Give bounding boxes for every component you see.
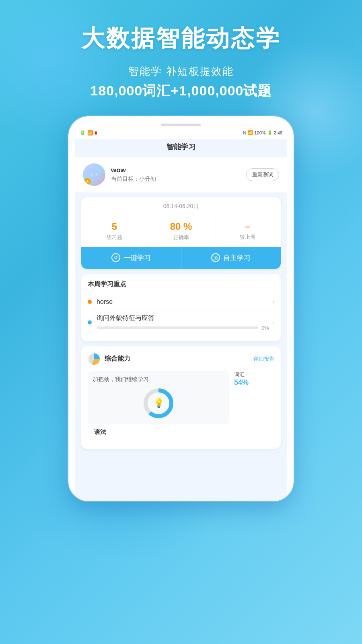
- main-title: 大数据智能动态学: [0, 24, 362, 52]
- nfc-icon: N: [243, 130, 246, 135]
- action-buttons: ↺ 一键学习 ◎ 自主学习: [81, 247, 281, 269]
- stat-accuracy: 80 % 正确率: [148, 215, 215, 247]
- username: wow: [111, 166, 156, 174]
- focus-content-horse: horse: [97, 298, 269, 305]
- bulb-icon: 💡: [153, 398, 164, 409]
- status-left: 🔋 📶 ▮: [80, 130, 97, 136]
- dot-blue: [88, 320, 92, 324]
- battery-red: ▮: [95, 130, 97, 135]
- stat-text: 180,000词汇+1,000,000试题: [0, 82, 362, 100]
- ability-left-card: 加把劲，我们继续学习 💡: [88, 371, 229, 424]
- chevron-horse: ›: [272, 298, 274, 305]
- progress-bar-bg: [97, 326, 258, 329]
- detail-link[interactable]: 详细报告: [253, 355, 274, 363]
- donut-container: 💡: [93, 387, 224, 419]
- progress-pct: 0%: [261, 325, 269, 331]
- stat-practice: 5 练习题: [81, 215, 148, 247]
- focus-item-horse[interactable]: horse ›: [88, 294, 274, 310]
- user-text: wow 当前目标：小升初: [111, 166, 156, 183]
- ability-title-row: 综合能力: [88, 353, 130, 365]
- grammar-section: 语法: [88, 424, 274, 442]
- stats-date: 06.14-06.20日: [81, 203, 281, 210]
- focus-item-inquiry[interactable]: 询问外貌特征与应答 0% ›: [88, 310, 274, 335]
- battery-icon: 🔋: [267, 130, 273, 135]
- phone-container: 🔋 📶 ▮ N 📶 100% 🔋 2:46 智能学习: [68, 116, 294, 501]
- stat-comparison: – 较上周: [214, 216, 281, 246]
- chevron-inquiry: ›: [272, 319, 274, 326]
- btn1-icon: ↺: [111, 253, 120, 262]
- comparison-value: –: [218, 221, 278, 232]
- phone-frame: 🔋 📶 ▮ N 📶 100% 🔋 2:46 智能学习: [68, 116, 294, 501]
- stats-row: 5 练习题 80 % 正确率 – 较上周: [81, 215, 281, 247]
- signal-icon: 🔋: [80, 130, 86, 136]
- ability-card-bottom: 加把劲，我们继续学习 💡 词汇: [88, 371, 274, 424]
- grammar-label: 语法: [94, 428, 106, 435]
- accuracy-value: 80 %: [151, 221, 211, 232]
- vocab-label: 词汇: [234, 371, 274, 378]
- app-content: 智能学习: [75, 139, 287, 501]
- horse-word: horse: [97, 298, 269, 305]
- battery-pct: 100%: [254, 130, 265, 135]
- progress-row: 0%: [97, 325, 269, 331]
- vocab-pct: 54%: [234, 378, 274, 387]
- ability-right-stats: 词汇 54%: [234, 371, 274, 390]
- practice-count: 5: [84, 221, 144, 232]
- target-label: 当前目标：: [111, 175, 139, 182]
- user-target: 当前目标：小升初: [111, 175, 156, 183]
- inquiry-word: 询问外貌特征与应答: [97, 314, 269, 322]
- retest-button[interactable]: 重新测试: [246, 168, 279, 181]
- practice-label: 练习题: [84, 234, 144, 241]
- ability-header: 综合能力 详细报告: [88, 353, 274, 365]
- comparison-label: 较上周: [218, 233, 278, 241]
- status-right: N 📶 100% 🔋 2:46: [243, 130, 282, 135]
- status-bar: 🔋 📶 ▮ N 📶 100% 🔋 2:46: [75, 128, 287, 139]
- encourage-text: 加把劲，我们继续学习: [93, 376, 224, 383]
- target-value: 小升初: [139, 175, 156, 182]
- weekly-title: 本周学习重点: [88, 280, 274, 289]
- app-title: 智能学习: [75, 139, 287, 157]
- ability-section: 综合能力 详细报告 加把劲，我们继续学习 💡: [81, 346, 281, 449]
- time-display: 2:46: [274, 130, 282, 135]
- user-section: ★ wow 当前目标：小升初 重新测试: [75, 157, 287, 192]
- wifi-icon: 📶: [87, 130, 93, 136]
- stats-card: 06.14-06.20日 5 练习题 80 % 正确率 – 较上周: [81, 197, 281, 269]
- btn2-label: 自主学习: [223, 253, 251, 262]
- self-learn-button[interactable]: ◎ 自主学习: [181, 247, 281, 269]
- avatar-star: ★: [84, 178, 91, 185]
- phone-notch: [161, 124, 201, 126]
- accuracy-label: 正确率: [151, 234, 211, 241]
- vocab-stat: 词汇 54%: [234, 371, 274, 387]
- btn2-icon: ◎: [211, 253, 220, 262]
- dot-orange: [88, 300, 92, 304]
- focus-content-inquiry: 询问外貌特征与应答 0%: [97, 314, 269, 331]
- app-title-text: 智能学习: [167, 143, 195, 151]
- avatar: ★: [83, 163, 105, 186]
- header-section: 大数据智能动态学 智能学 补短板提效能 180,000词汇+1,000,000试…: [0, 0, 362, 100]
- btn1-label: 一键学习: [123, 253, 151, 262]
- ability-title-text: 综合能力: [105, 355, 130, 363]
- weekly-section: 本周学习重点 horse › 询问外貌特征与应答: [81, 274, 281, 341]
- one-key-learn-button[interactable]: ↺ 一键学习: [81, 247, 181, 269]
- sub-title: 智能学 补短板提效能: [0, 64, 362, 78]
- user-info: ★ wow 当前目标：小升初: [83, 163, 156, 186]
- pie-chart-icon: [88, 353, 101, 365]
- signal2-icon: 📶: [247, 130, 253, 135]
